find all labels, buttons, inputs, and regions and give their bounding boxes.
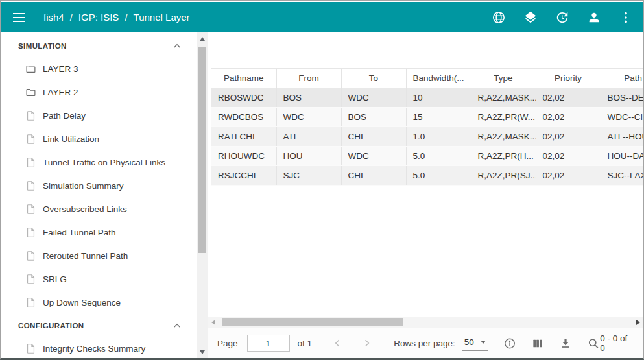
column-header-path[interactable]: Path bbox=[601, 69, 643, 88]
cell-path: BOS--DET bbox=[601, 88, 643, 108]
user-icon[interactable] bbox=[587, 10, 601, 25]
download-icon[interactable] bbox=[559, 337, 572, 350]
breadcrumb-item-plan[interactable]: fish4 bbox=[43, 12, 64, 23]
folder-icon bbox=[25, 64, 36, 75]
sidebar-nav: SIMULATION LAYER 3 LAYER 2 Path Delay bbox=[1, 32, 197, 359]
column-header-pathname[interactable]: Pathname bbox=[211, 69, 276, 88]
document-icon bbox=[25, 180, 36, 191]
dropdown-arrow-icon bbox=[481, 341, 486, 344]
cell-type: R,A2Z,MASK... bbox=[471, 88, 536, 108]
column-header-from[interactable]: From bbox=[276, 69, 341, 88]
report-table: Pathname From To Bandwidth(... Type Prio… bbox=[211, 68, 643, 186]
scroll-right-arrow-icon[interactable] bbox=[636, 320, 640, 325]
info-icon[interactable] bbox=[503, 337, 516, 350]
sidebar-section-simulation[interactable]: SIMULATION bbox=[1, 34, 197, 57]
breadcrumb-item-layer[interactable]: Tunnel Layer bbox=[134, 12, 190, 23]
cell-pathname: RATLCHI bbox=[211, 127, 276, 147]
chevron-up-icon[interactable] bbox=[171, 40, 183, 52]
rows-per-page-value: 50 bbox=[464, 337, 474, 347]
page-label: Page bbox=[217, 339, 238, 348]
cell-bandwidth: 5.0 bbox=[406, 166, 471, 186]
sidebar-item-link-utilization[interactable]: Link Utilization bbox=[1, 127, 197, 150]
app-window: fish4 / IGP: ISIS / Tunnel Layer bbox=[0, 0, 644, 360]
folder-icon bbox=[25, 87, 36, 98]
document-icon bbox=[25, 227, 36, 238]
document-icon bbox=[25, 343, 36, 354]
scroll-left-arrow-icon[interactable] bbox=[211, 320, 215, 325]
scrollbar-thumb[interactable] bbox=[198, 47, 206, 253]
view-columns-icon[interactable] bbox=[531, 337, 544, 350]
sidebar-item-rerouted-tunnel-path[interactable]: Rerouted Tunnel Path bbox=[1, 244, 197, 267]
scrollbar-thumb[interactable] bbox=[222, 318, 403, 326]
sidebar-item-label: SRLG bbox=[43, 274, 67, 284]
breadcrumb-item-protocol[interactable]: IGP: ISIS bbox=[78, 12, 119, 23]
sidebar-item-label: Integrity Checks Summary bbox=[43, 344, 145, 354]
cell-type: R,A2Z,PR(W... bbox=[471, 108, 536, 127]
sidebar-item-label: Path Delay bbox=[43, 111, 86, 121]
sidebar-item-layer-3[interactable]: LAYER 3 bbox=[1, 57, 197, 80]
next-page-icon[interactable] bbox=[361, 337, 373, 350]
document-icon bbox=[25, 157, 36, 168]
cell-path: SJC--LAX bbox=[601, 166, 643, 186]
breadcrumb: fish4 / IGP: ISIS / Tunnel Layer bbox=[43, 12, 190, 23]
cell-bandwidth: 5.0 bbox=[406, 147, 471, 166]
table-row[interactable]: RBOSWDC BOS WDC 10 R,A2Z,MASK... 02,02 B… bbox=[211, 88, 643, 108]
cell-to: CHI bbox=[341, 127, 406, 147]
report-table-container: Pathname From To Bandwidth(... Type Prio… bbox=[211, 68, 643, 186]
previous-page-icon[interactable] bbox=[331, 337, 344, 350]
layers-icon[interactable] bbox=[523, 10, 538, 25]
table-horizontal-scrollbar[interactable] bbox=[208, 317, 643, 328]
cell-type: R,A2Z,MASK... bbox=[471, 127, 536, 147]
sidebar-item-oversubscribed-links[interactable]: Oversubscribed Links bbox=[1, 197, 197, 221]
sidebar-item-simulation-summary[interactable]: Simulation Summary bbox=[1, 174, 197, 197]
chevron-up-icon[interactable] bbox=[171, 320, 183, 331]
sidebar-scrollbar[interactable] bbox=[197, 32, 208, 359]
document-icon bbox=[25, 204, 36, 215]
more-vert-icon[interactable] bbox=[619, 10, 633, 25]
table-row[interactable]: RSJCCHI SJC CHI 5.0 R,A2Z,PR(SJ... 02,02… bbox=[211, 166, 643, 186]
scroll-down-arrow-icon[interactable] bbox=[200, 350, 205, 354]
cell-from: WDC bbox=[276, 108, 341, 127]
search-icon[interactable] bbox=[587, 337, 600, 350]
cell-pathname: RBOSWDC bbox=[211, 88, 276, 108]
history-icon[interactable] bbox=[555, 10, 569, 25]
column-header-bandwidth[interactable]: Bandwidth(... bbox=[406, 69, 471, 88]
sidebar-item-path-delay[interactable]: Path Delay bbox=[1, 104, 197, 127]
sidebar-item-up-down-sequence[interactable]: Up Down Sequence bbox=[1, 291, 197, 314]
cell-path: ATL--HOU bbox=[601, 127, 643, 147]
sidebar: SIMULATION LAYER 3 LAYER 2 Path Delay bbox=[1, 32, 208, 359]
sidebar-item-integrity-checks-summary[interactable]: Integrity Checks Summary bbox=[1, 337, 197, 359]
column-header-to[interactable]: To bbox=[341, 69, 406, 88]
page-number-input[interactable] bbox=[247, 335, 290, 352]
cell-priority: 02,02 bbox=[536, 127, 601, 147]
column-header-priority[interactable]: Priority bbox=[536, 69, 601, 88]
table-row[interactable]: RWDCBOS WDC BOS 15 R,A2Z,PR(W... 02,02 W… bbox=[211, 108, 643, 127]
sidebar-item-tunnel-traffic[interactable]: Tunnel Traffic on Physical Links bbox=[1, 150, 197, 174]
app-bar: fish4 / IGP: ISIS / Tunnel Layer bbox=[1, 2, 643, 32]
breadcrumb-separator: / bbox=[70, 12, 73, 23]
sidebar-item-failed-tunnel-path[interactable]: Failed Tunnel Path bbox=[1, 221, 197, 244]
cell-bandwidth: 1.0 bbox=[406, 127, 471, 147]
document-icon bbox=[25, 250, 36, 261]
section-title: SIMULATION bbox=[18, 42, 171, 50]
cell-from: HOU bbox=[276, 147, 341, 166]
sidebar-item-label: Tunnel Traffic on Physical Links bbox=[43, 158, 165, 167]
cell-to: BOS bbox=[341, 108, 406, 127]
hamburger-menu-icon[interactable] bbox=[11, 10, 27, 25]
sidebar-section-configuration[interactable]: CONFIGURATION bbox=[1, 314, 197, 337]
cell-from: ATL bbox=[276, 127, 341, 147]
rows-per-page-select[interactable]: 50 bbox=[462, 335, 488, 351]
globe-icon[interactable] bbox=[492, 10, 506, 25]
app-bar-actions bbox=[492, 10, 633, 25]
cell-priority: 02,02 bbox=[536, 108, 601, 127]
sidebar-item-srlg[interactable]: SRLG bbox=[1, 267, 197, 291]
sidebar-item-layer-2[interactable]: LAYER 2 bbox=[1, 80, 197, 104]
column-header-type[interactable]: Type bbox=[471, 69, 536, 88]
scroll-up-arrow-icon[interactable] bbox=[200, 37, 205, 41]
page-of-label: of 1 bbox=[298, 339, 313, 348]
pagination-bar: Page of 1 Rows per page: 50 bbox=[208, 328, 643, 359]
table-row[interactable]: RHOUWDC HOU WDC 5.0 R,A2Z,PR(H... 02,02 … bbox=[211, 147, 643, 166]
sidebar-item-label: LAYER 2 bbox=[43, 88, 78, 97]
sidebar-item-label: Up Down Sequence bbox=[43, 298, 121, 307]
table-row[interactable]: RATLCHI ATL CHI 1.0 R,A2Z,MASK... 02,02 … bbox=[211, 127, 643, 147]
